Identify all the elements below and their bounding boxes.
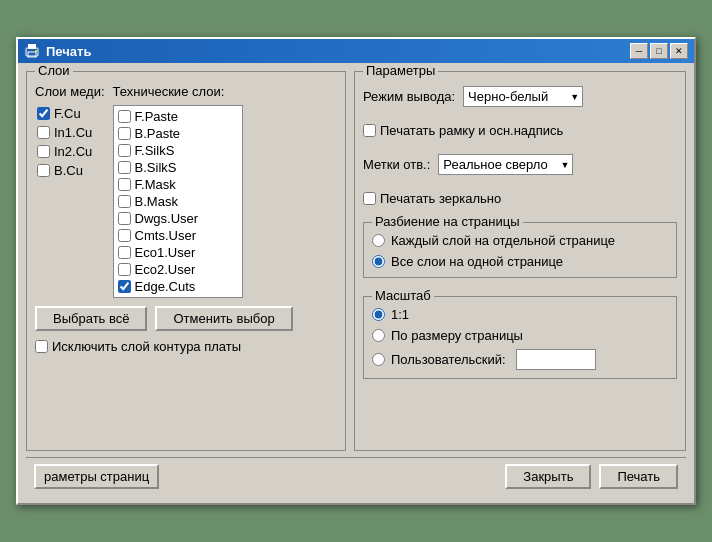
layer-f-silks: F.SilkS [116,142,240,159]
pagination-per-page: Каждый слой на отдельной странице [372,233,668,248]
eco2-user-checkbox[interactable] [118,263,131,276]
layer-b-paste: B.Paste [116,125,240,142]
eco2-user-label[interactable]: Eco2.User [135,262,196,277]
maximize-button[interactable]: □ [650,43,668,59]
page-params-button[interactable]: раметры страниц [34,464,159,489]
f-silks-checkbox[interactable] [118,144,131,157]
tech-layers-list[interactable]: F.Paste B.Paste F.SilkS [113,105,243,298]
layer-in2-cu: In2.Cu [35,143,105,160]
scale-custom-item: Пользовательский: [372,349,668,370]
layer-edge-cuts: Edge.Cuts [116,278,240,295]
cmts-user-checkbox[interactable] [118,229,131,242]
layer-eco1-user: Eco1.User [116,244,240,261]
drill-marks-row: Метки отв.: Реальное сверло Небольшие ме… [363,154,677,175]
select-all-button[interactable]: Выбрать всё [35,306,147,331]
print-frame-label[interactable]: Печатать рамку и осн.надпись [380,123,563,138]
pagination-group-label: Разбиение на страницы [372,214,523,229]
f-cu-label[interactable]: F.Cu [54,106,81,121]
svg-rect-1 [28,44,36,49]
dwgs-user-label[interactable]: Dwgs.User [135,211,199,226]
scale-page-radio[interactable] [372,329,385,342]
layer-f-cu: F.Cu [35,105,105,122]
layer-f-paste: F.Paste [116,108,240,125]
b-mask-checkbox[interactable] [118,195,131,208]
minimize-button[interactable]: ─ [630,43,648,59]
scale-custom-input[interactable] [516,349,596,370]
output-mode-select[interactable]: Черно-белый Цветной Оттенки серого [463,86,583,107]
tech-column: Технические слои: F.Paste B.Paste [113,84,337,298]
layers-group-label: Слои [35,63,73,78]
edge-cuts-label[interactable]: Edge.Cuts [135,279,196,294]
layer-cmts-user: Cmts.User [116,227,240,244]
window-title: Печать [46,44,91,59]
all-pages-label[interactable]: Все слои на одной странице [391,254,563,269]
mirror-row: Печатать зеркально [363,191,677,206]
print-button[interactable]: Печать [599,464,678,489]
window-body: Слои Слои меди: F.Cu In1.Cu [18,63,694,503]
layer-b-cu: B.Cu [35,162,105,179]
layer-selection-buttons: Выбрать всё Отменить выбор [35,306,337,331]
cmts-user-label[interactable]: Cmts.User [135,228,196,243]
scale-custom-label[interactable]: Пользовательский: [391,352,506,367]
layer-in1-cu: In1.Cu [35,124,105,141]
scale-11-radio[interactable] [372,308,385,321]
print-frame-checkbox[interactable] [363,124,376,137]
f-cu-checkbox[interactable] [37,107,50,120]
copper-column: Слои меди: F.Cu In1.Cu In2.Cu [35,84,105,298]
b-paste-checkbox[interactable] [118,127,131,140]
eco1-user-checkbox[interactable] [118,246,131,259]
exclude-border-label[interactable]: Исключить слой контура платы [52,339,241,354]
dwgs-user-checkbox[interactable] [118,212,131,225]
mirror-label[interactable]: Печатать зеркально [380,191,501,206]
output-mode-row: Режим вывода: Черно-белый Цветной Оттенк… [363,86,677,107]
title-bar: Печать ─ □ ✕ [18,39,694,63]
b-silks-label[interactable]: B.SilkS [135,160,177,175]
f-paste-checkbox[interactable] [118,110,131,123]
scale-group-label: Масштаб [372,288,434,303]
edge-cuts-checkbox[interactable] [118,280,131,293]
drill-marks-select[interactable]: Реальное сверло Небольшие метки Нет [438,154,573,175]
drill-marks-label: Метки отв.: [363,157,430,172]
per-page-radio[interactable] [372,234,385,247]
scale-page-item: По размеру страницы [372,328,668,343]
close-button[interactable]: Закрыть [505,464,591,489]
in1-cu-checkbox[interactable] [37,126,50,139]
all-pages-radio[interactable] [372,255,385,268]
bottom-bar: раметры страниц Закрыть Печать [26,457,686,495]
b-silks-checkbox[interactable] [118,161,131,174]
mirror-checkbox[interactable] [363,192,376,205]
layer-b-mask: B.Mask [116,193,240,210]
scale-page-label[interactable]: По размеру страницы [391,328,523,343]
output-mode-dropdown-container: Черно-белый Цветной Оттенки серого [463,86,583,107]
f-paste-label[interactable]: F.Paste [135,109,178,124]
scale-custom-radio[interactable] [372,353,385,366]
per-page-label[interactable]: Каждый слой на отдельной странице [391,233,615,248]
b-mask-label[interactable]: B.Mask [135,194,178,209]
scale-11-label[interactable]: 1:1 [391,307,409,322]
layer-f-mask: F.Mask [116,176,240,193]
params-group-label: Параметры [363,63,438,78]
f-silks-label[interactable]: F.SilkS [135,143,175,158]
b-cu-checkbox[interactable] [37,164,50,177]
b-cu-label[interactable]: B.Cu [54,163,83,178]
copper-column-label: Слои меди: [35,84,105,99]
params-group: Параметры Режим вывода: Черно-белый Цвет… [354,71,686,451]
in2-cu-label[interactable]: In2.Cu [54,144,92,159]
print-frame-row: Печатать рамку и осн.надпись [363,123,677,138]
f-mask-checkbox[interactable] [118,178,131,191]
deselect-all-button[interactable]: Отменить выбор [155,306,292,331]
tech-column-label: Технические слои: [113,84,337,99]
layers-group: Слои Слои меди: F.Cu In1.Cu [26,71,346,451]
layer-dwgs-user: Dwgs.User [116,210,240,227]
in1-cu-label[interactable]: In1.Cu [54,125,92,140]
title-buttons: ─ □ ✕ [630,43,688,59]
layer-b-silks: B.SilkS [116,159,240,176]
pagination-group: Разбиение на страницы Каждый слой на отд… [363,222,677,278]
close-button[interactable]: ✕ [670,43,688,59]
bottom-right: Закрыть Печать [505,464,678,489]
in2-cu-checkbox[interactable] [37,145,50,158]
exclude-border-checkbox[interactable] [35,340,48,353]
f-mask-label[interactable]: F.Mask [135,177,176,192]
b-paste-label[interactable]: B.Paste [135,126,181,141]
eco1-user-label[interactable]: Eco1.User [135,245,196,260]
